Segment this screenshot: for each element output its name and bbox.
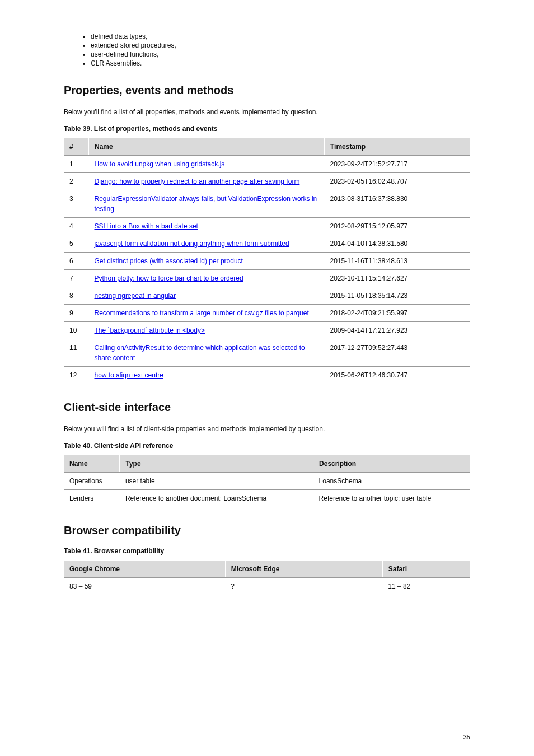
cell-type: user table xyxy=(120,473,313,490)
bullet-list: defined data types, extended stored proc… xyxy=(64,32,470,67)
section-heading-properties: Properties, events and methods xyxy=(64,84,470,97)
cell-timestamp: 2015-06-26T12:46:30.747 xyxy=(325,367,471,384)
table-row: 7Python plotly: how to force bar chart t… xyxy=(64,270,470,287)
cell-timestamp: 2023-10-11T15:14:27.627 xyxy=(325,270,471,287)
table-row: 4SSH into a Box with a bad date set2012-… xyxy=(64,218,470,235)
table-row: 3RegularExpressionValidator always fails… xyxy=(64,190,470,218)
page-number: 35 xyxy=(463,734,470,740)
question-link[interactable]: How to avoid unpkg when using gridstack.… xyxy=(95,160,225,168)
section-paragraph: Below you'll find a list of all properti… xyxy=(64,107,470,117)
cell-num: 11 xyxy=(64,339,89,367)
cell-name: how to align text centre xyxy=(89,367,325,384)
cell-name: nesting ngrepeat in angular xyxy=(89,287,325,305)
cell-num: 5 xyxy=(64,235,89,253)
cell-timestamp: 2012-08-29T15:12:05.977 xyxy=(325,218,471,235)
col-header-chrome: Google Chrome xyxy=(64,561,225,578)
cell-timestamp: 2015-11-16T11:38:48.613 xyxy=(325,253,471,270)
col-header-num: # xyxy=(64,138,89,156)
list-item: extended stored procedures, xyxy=(91,41,470,49)
cell-num: 1 xyxy=(64,156,89,173)
list-item: user-defined functions, xyxy=(91,50,470,58)
browser-compat-table: Google Chrome Microsoft Edge Safari 83 –… xyxy=(64,561,470,595)
cell-timestamp: 2013-08-31T16:37:38.830 xyxy=(325,190,471,218)
cell-name: Operations xyxy=(64,473,120,490)
properties-table: # Name Timestamp 1How to avoid unpkg whe… xyxy=(64,138,470,384)
question-link[interactable]: Calling onActivityResult to determine wh… xyxy=(95,344,305,362)
cell-num: 2 xyxy=(64,173,89,190)
document-page: defined data types, extended stored proc… xyxy=(0,0,534,756)
list-item: defined data types, xyxy=(91,32,470,40)
table-row: LendersReference to another document: Lo… xyxy=(64,490,470,507)
cell-timestamp: 2014-04-10T14:38:31.580 xyxy=(325,235,471,253)
cell-num: 8 xyxy=(64,287,89,305)
cell-name: SSH into a Box with a bad date set xyxy=(89,218,325,235)
table-row: 12how to align text centre2015-06-26T12:… xyxy=(64,367,470,384)
table-row: 5javascript form validation not doing an… xyxy=(64,235,470,253)
question-link[interactable]: nesting ngrepeat in angular xyxy=(95,292,176,300)
question-link[interactable]: RegularExpressionValidator always fails,… xyxy=(95,195,317,213)
cell-num: 10 xyxy=(64,322,89,339)
cell-num: 7 xyxy=(64,270,89,287)
section-heading-client: Client-side interface xyxy=(64,401,470,414)
table-row: 11Calling onActivityResult to determine … xyxy=(64,339,470,367)
cell-num: 3 xyxy=(64,190,89,218)
table-row: 83 – 59?11 – 82 xyxy=(64,578,470,595)
table-row: 9Recommendations to transform a large nu… xyxy=(64,305,470,322)
cell-num: 4 xyxy=(64,218,89,235)
cell-timestamp: 2023-09-24T21:52:27.717 xyxy=(325,156,471,173)
cell-name: Lenders xyxy=(64,490,120,507)
cell-name: RegularExpressionValidator always fails,… xyxy=(89,190,325,218)
question-link[interactable]: Django: how to properly redirect to an a… xyxy=(95,178,300,185)
cell-num: 9 xyxy=(64,305,89,322)
col-header-desc: Description xyxy=(313,455,470,473)
question-link[interactable]: how to align text centre xyxy=(95,371,163,379)
cell-value: 83 – 59 xyxy=(64,578,225,595)
cell-num: 6 xyxy=(64,253,89,270)
table-row: 10The `background` attribute in <body>20… xyxy=(64,322,470,339)
client-api-table: Name Type Description Operationsuser tab… xyxy=(64,455,470,507)
cell-name: The `background` attribute in <body> xyxy=(89,322,325,339)
question-link[interactable]: Python plotly: how to force bar chart to… xyxy=(95,274,243,282)
table-row: 8nesting ngrepeat in angular2015-11-05T1… xyxy=(64,287,470,305)
cell-timestamp: 2015-11-05T18:35:14.723 xyxy=(325,287,471,305)
cell-name: Recommendations to transform a large num… xyxy=(89,305,325,322)
col-header-safari: Safari xyxy=(382,561,470,578)
table-caption: Table 41. Browser compatibility xyxy=(64,547,470,555)
cell-name: Django: how to properly redirect to an a… xyxy=(89,173,325,190)
section-paragraph: Below you will find a list of client-sid… xyxy=(64,424,470,434)
cell-timestamp: 2023-02-05T16:02:48.707 xyxy=(325,173,471,190)
question-link[interactable]: Get distinct prices (with associated id)… xyxy=(95,257,243,265)
question-link[interactable]: The `background` attribute in <body> xyxy=(95,326,205,334)
question-link[interactable]: SSH into a Box with a bad date set xyxy=(95,222,198,230)
col-header-name: Name xyxy=(64,455,120,473)
table-row: 6Get distinct prices (with associated id… xyxy=(64,253,470,270)
col-header-name: Name xyxy=(89,138,325,156)
table-row: Operationsuser tableLoansSchema xyxy=(64,473,470,490)
table-row: 2Django: how to properly redirect to an … xyxy=(64,173,470,190)
col-header-edge: Microsoft Edge xyxy=(225,561,382,578)
col-header-timestamp: Timestamp xyxy=(325,138,471,156)
cell-name: Calling onActivityResult to determine wh… xyxy=(89,339,325,367)
cell-name: Get distinct prices (with associated id)… xyxy=(89,253,325,270)
table-row: 1How to avoid unpkg when using gridstack… xyxy=(64,156,470,173)
cell-name: How to avoid unpkg when using gridstack.… xyxy=(89,156,325,173)
table-caption: Table 39. List of properties, methods an… xyxy=(64,125,470,133)
cell-desc: LoansSchema xyxy=(313,473,470,490)
list-item: CLR Assemblies. xyxy=(91,59,470,67)
cell-name: Python plotly: how to force bar chart to… xyxy=(89,270,325,287)
cell-timestamp: 2018-02-24T09:21:55.997 xyxy=(325,305,471,322)
col-header-type: Type xyxy=(120,455,313,473)
cell-value: 11 – 82 xyxy=(382,578,470,595)
question-link[interactable]: Recommendations to transform a large num… xyxy=(95,309,309,317)
cell-name: javascript form validation not doing any… xyxy=(89,235,325,253)
cell-num: 12 xyxy=(64,367,89,384)
cell-desc: Reference to another topic: user table xyxy=(313,490,470,507)
cell-type: Reference to another document: LoansSche… xyxy=(120,490,313,507)
section-heading-browser: Browser compatibility xyxy=(64,524,470,537)
question-link[interactable]: javascript form validation not doing any… xyxy=(95,240,289,248)
cell-timestamp: 2009-04-14T17:21:27.923 xyxy=(325,322,471,339)
cell-timestamp: 2017-12-27T09:52:27.443 xyxy=(325,339,471,367)
table-caption: Table 40. Client-side API reference xyxy=(64,442,470,450)
cell-value: ? xyxy=(225,578,382,595)
